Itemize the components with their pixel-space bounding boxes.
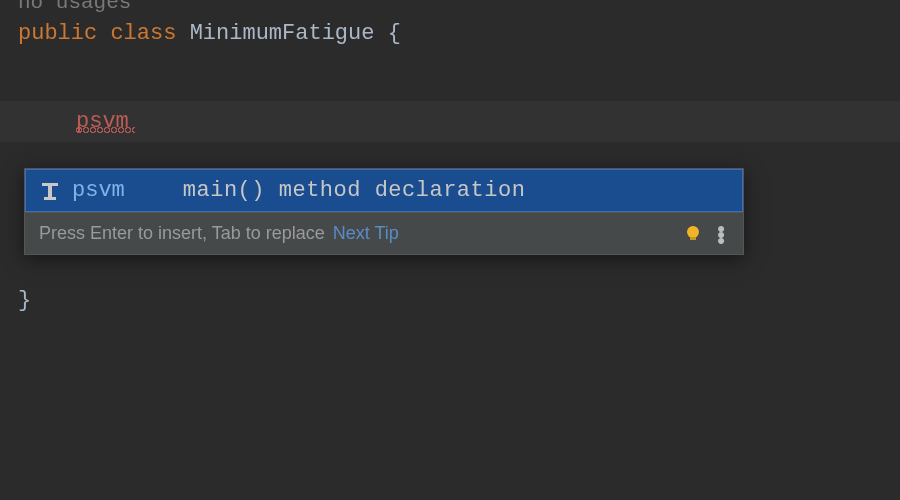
hint-text: Press Enter to insert, Tab to replace	[39, 223, 325, 244]
svg-rect-2	[44, 197, 56, 200]
completion-item[interactable]: psvm main() method declaration	[25, 169, 743, 212]
svg-rect-1	[48, 186, 52, 197]
live-template-icon	[38, 179, 62, 203]
usage-hint: no usages	[0, 0, 900, 15]
completion-hintbar: Press Enter to insert, Tab to replace Ne…	[25, 212, 743, 254]
code-line[interactable]: }	[0, 282, 900, 319]
svg-rect-0	[42, 183, 58, 186]
svg-point-3	[687, 226, 699, 238]
active-line[interactable]: psvm	[0, 101, 900, 142]
code-line[interactable]: public class MinimumFatigue {	[0, 15, 900, 52]
completion-description: main() method declaration	[183, 178, 526, 203]
bulb-icon[interactable]	[683, 224, 703, 244]
completion-key: psvm	[72, 178, 125, 203]
class-name: MinimumFatigue	[190, 21, 375, 46]
completion-popup[interactable]: psvm main() method declaration Press Ent…	[24, 168, 744, 255]
keyword-public: public	[18, 21, 97, 46]
next-tip-link[interactable]: Next Tip	[333, 223, 399, 244]
svg-rect-4	[690, 237, 696, 240]
more-icon[interactable]: •••	[711, 225, 729, 243]
close-brace: }	[18, 288, 31, 313]
code-editor[interactable]: no usages public class MinimumFatigue { …	[0, 0, 900, 319]
keyword-class: class	[110, 21, 176, 46]
typed-text: psvm	[76, 109, 129, 134]
open-brace: {	[388, 21, 401, 46]
